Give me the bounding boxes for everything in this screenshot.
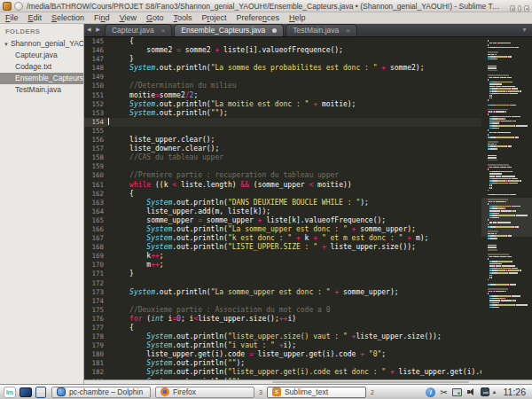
menu-goto[interactable]: Goto	[146, 13, 164, 22]
close-button[interactable]: ×	[524, 5, 529, 12]
code-line: 158 //CAS du tableau upper	[84, 153, 532, 162]
task-button-dolphin[interactable]: pc-chambre – Dolphin	[51, 387, 151, 398]
line-content: somme2 = somme2 + liste[i].valueofFreque…	[108, 46, 532, 55]
menu-preferences[interactable]: Preferences	[237, 13, 280, 22]
notifier-info-icon[interactable]	[426, 387, 435, 397]
line-number: 156	[84, 136, 108, 145]
code-line: 178 System.out.println("liste_upper.size…	[84, 332, 532, 341]
device-notifier-icon[interactable]	[481, 387, 489, 396]
show-desktop-icon[interactable]	[20, 387, 32, 397]
sidebar-item-testmain-java[interactable]: TestMain.java	[0, 84, 83, 96]
sublime-icon	[272, 387, 281, 396]
code-line: 159	[84, 162, 532, 171]
line-content: System.out.println("La somme des probabi…	[108, 64, 532, 73]
task-label: pc-chambre – Dolphin	[69, 387, 143, 396]
tab-scroll-arrows[interactable]: ◀ ▶	[84, 23, 105, 36]
code-line: 160 //Premiere partie : recuperation du …	[84, 171, 532, 180]
line-content: liste_upper.clear();	[108, 136, 532, 145]
line-content: m++;	[108, 261, 532, 270]
line-number: 155	[84, 127, 108, 136]
line-content: {	[108, 190, 532, 199]
line-number: 175	[84, 306, 108, 315]
tab-close-icon[interactable]: ×	[346, 25, 350, 36]
tab-close-icon[interactable]: ×	[161, 25, 166, 36]
code-editor[interactable]: 145 {146 somme2 = somme2 + liste[i].valu…	[84, 37, 532, 379]
sidebar-folder-root[interactable]: ▼Shannon_genial_YAOUH!	[0, 38, 83, 50]
tab-capteur-java[interactable]: Capteur.java×	[105, 24, 172, 36]
line-number: 177	[84, 324, 108, 332]
line-content	[108, 297, 532, 306]
code-line: 169 k++;	[84, 252, 532, 261]
folders-header: FOLDERS	[0, 24, 83, 38]
menu-tools[interactable]: Tools	[174, 13, 192, 22]
window-menu-button[interactable]	[14, 2, 23, 11]
menu-find[interactable]: Find	[94, 13, 110, 22]
sidebar-item-capteur-java[interactable]: Capteur.java	[0, 50, 83, 61]
klipper-icon[interactable]	[440, 387, 447, 397]
task-badge: 2	[371, 389, 374, 395]
code-line: 156 liste_upper.clear();	[84, 136, 532, 145]
minimap[interactable]	[481, 37, 532, 379]
line-content: //Premiere partie : recuperation du tabl…	[108, 171, 532, 180]
line-number: 151	[84, 91, 108, 100]
clock[interactable]: 11:26	[504, 387, 527, 397]
code-line: 151 moitie=somme2/2;	[84, 91, 532, 100]
line-number: 173	[84, 288, 108, 297]
code-line: 161 while ((k < liste.length) && (somme_…	[84, 181, 532, 190]
menu-edit[interactable]: Edit	[28, 13, 43, 22]
line-number: 181	[84, 359, 108, 368]
line-number: 161	[84, 181, 108, 190]
menu-file[interactable]: File	[5, 13, 19, 22]
panel-expander-icon[interactable]: ▲	[492, 389, 497, 395]
line-content: k++;	[108, 252, 532, 261]
line-content: somme_upper = somme_upper + liste[k].val…	[108, 216, 532, 225]
code-line: 153 System.out.println("");	[84, 109, 532, 118]
volume-icon[interactable]	[466, 387, 476, 397]
sublime-window: /media/BATHROW/Cours/PROJET S8/Fano3/Sha…	[0, 0, 532, 399]
line-number: 147	[84, 55, 108, 64]
horizontal-scrollbar[interactable]	[84, 379, 532, 384]
tab-ensemble-capteurs-java[interactable]: Ensemble_Capteurs.java	[174, 24, 284, 36]
sidebar-item-codage-txt[interactable]: Codage.txt	[0, 61, 83, 73]
line-content: System.out.println("La somme_upper est d…	[108, 225, 532, 234]
line-content: System.out.println("i vaut : " +i);	[108, 341, 532, 350]
code-line: 171 }	[84, 270, 532, 278]
code-line: 163 System.out.println("DANS DEUXIEME BO…	[84, 199, 532, 207]
line-content: System.out.println("La moitie est donc :…	[108, 100, 532, 109]
minimize-button[interactable]: ∨	[510, 5, 515, 12]
task-button-sublime[interactable]: Sublime_text	[267, 387, 366, 398]
menu-selection[interactable]: Selection	[51, 13, 84, 22]
sidebar-item-ensemble-capteurs[interactable]: Ensemble_Capteurs	[0, 73, 83, 84]
line-number: 170	[84, 261, 108, 270]
menu-view[interactable]: View	[120, 13, 137, 22]
code-line: 165 somme_upper = somme_upper + liste[k]…	[84, 216, 532, 225]
line-content: moitie=somme2/2;	[108, 91, 532, 100]
code-line: 177 {	[84, 324, 532, 332]
mint-menu-icon[interactable]	[4, 387, 16, 398]
line-number: 162	[84, 190, 108, 199]
line-content: System.out.println("La somme_upper est d…	[108, 288, 532, 297]
task-label: Sublime_text	[285, 387, 328, 396]
line-number: 166	[84, 225, 108, 234]
menu-help[interactable]: Help	[289, 13, 306, 22]
task-button-firefox[interactable]: Firefox	[155, 387, 254, 398]
line-number: 164	[84, 207, 108, 216]
line-number: 154	[84, 118, 108, 127]
tab-overflow-icon[interactable]: ▼	[521, 27, 528, 33]
minimap-line	[485, 307, 530, 309]
horizontal-scrollbar-thumb[interactable]	[272, 381, 469, 383]
firefox-icon	[160, 387, 169, 396]
line-number: 176	[84, 315, 108, 324]
tab-testmain-java[interactable]: TestMain.java×	[286, 24, 357, 36]
maximize-button[interactable]: ◦	[518, 5, 521, 12]
line-content: {	[108, 324, 532, 332]
code-line: 167 System.out.println("k est donc : " +…	[84, 234, 532, 243]
file-cabinet-icon[interactable]	[35, 387, 46, 398]
code-line: 152 System.out.println("La moitie est do…	[84, 100, 532, 109]
network-icon[interactable]	[452, 388, 462, 396]
line-content: {	[108, 37, 532, 46]
line-number: 160	[84, 171, 108, 180]
menu-project[interactable]: Project	[202, 13, 227, 22]
title-bar[interactable]: /media/BATHROW/Cours/PROJET S8/Fano3/Sha…	[0, 0, 532, 12]
tab-bar: ◀ ▶ Capteur.java×Ensemble_Capteurs.javaT…	[84, 24, 532, 37]
